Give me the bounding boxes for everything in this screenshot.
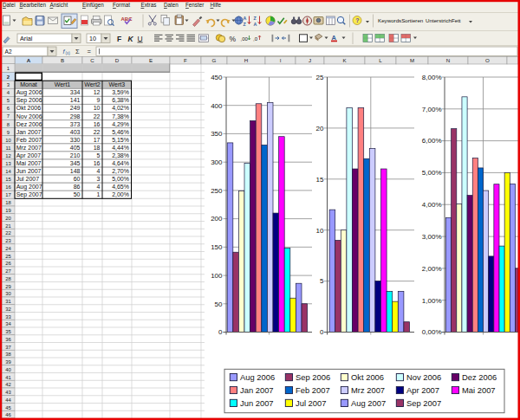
svg-text:450: 450 bbox=[211, 74, 223, 81]
svg-text:400: 400 bbox=[211, 102, 223, 110]
svg-text:41: 41 bbox=[5, 375, 11, 380]
svg-text:350: 350 bbox=[211, 130, 223, 138]
svg-text:403: 403 bbox=[70, 129, 81, 135]
svg-text:Format: Format bbox=[113, 2, 130, 8]
svg-text:K: K bbox=[128, 35, 134, 43]
svg-text:10: 10 bbox=[5, 138, 11, 143]
svg-text:3,00%: 3,00% bbox=[422, 233, 442, 241]
svg-text:Apr 2007: Apr 2007 bbox=[406, 385, 439, 395]
svg-text:Fenster: Fenster bbox=[185, 2, 204, 8]
svg-text:13: 13 bbox=[5, 161, 11, 166]
svg-text:15: 15 bbox=[316, 176, 324, 184]
svg-text:334: 334 bbox=[70, 89, 81, 95]
svg-text:25: 25 bbox=[316, 74, 324, 81]
svg-text:ABC: ABC bbox=[121, 16, 133, 22]
svg-text:22: 22 bbox=[94, 129, 101, 135]
svg-text:I: I bbox=[280, 57, 282, 63]
svg-text:Jan 2007: Jan 2007 bbox=[240, 385, 274, 395]
svg-text:16: 16 bbox=[94, 121, 101, 127]
svg-text:A2: A2 bbox=[5, 48, 12, 55]
svg-text:200: 200 bbox=[211, 215, 223, 223]
svg-text:5: 5 bbox=[97, 152, 101, 158]
svg-text:298: 298 bbox=[70, 113, 81, 120]
svg-text:Mrz 2007: Mrz 2007 bbox=[351, 385, 385, 395]
svg-text:Nov 2006: Nov 2006 bbox=[406, 372, 441, 382]
svg-text:Wert3: Wert3 bbox=[109, 81, 126, 87]
svg-text:Aug 2007: Aug 2007 bbox=[351, 398, 386, 408]
svg-text:A: A bbox=[27, 57, 31, 63]
svg-text:38: 38 bbox=[5, 352, 11, 357]
svg-text:1,00%: 1,00% bbox=[422, 297, 442, 305]
svg-text:148: 148 bbox=[70, 168, 81, 174]
svg-text:28: 28 bbox=[5, 276, 11, 281]
svg-text:36: 36 bbox=[5, 337, 11, 342]
svg-text:A: A bbox=[332, 34, 337, 42]
svg-text:14: 14 bbox=[5, 169, 11, 174]
svg-text:G: G bbox=[212, 57, 217, 63]
svg-text:50: 50 bbox=[215, 300, 223, 308]
svg-text:4,02%: 4,02% bbox=[112, 105, 129, 111]
svg-text:Sep 2007: Sep 2007 bbox=[16, 191, 42, 198]
svg-text:O: O bbox=[485, 57, 490, 63]
svg-text:D: D bbox=[115, 57, 120, 63]
svg-text:Extras: Extras bbox=[141, 2, 157, 8]
svg-text:249: 249 bbox=[70, 105, 81, 111]
svg-text:20: 20 bbox=[316, 125, 324, 132]
svg-text:Dez 2006: Dez 2006 bbox=[462, 372, 497, 382]
svg-text:E: E bbox=[149, 57, 153, 63]
svg-text:Bearbeiten: Bearbeiten bbox=[20, 2, 47, 8]
svg-text:30: 30 bbox=[5, 291, 11, 296]
svg-text:Feb 2007: Feb 2007 bbox=[16, 137, 42, 143]
svg-text:60: 60 bbox=[74, 176, 81, 182]
svg-text:23: 23 bbox=[5, 238, 11, 243]
svg-text:0,00%: 0,00% bbox=[422, 328, 442, 336]
svg-text:18: 18 bbox=[94, 145, 101, 151]
svg-text:43: 43 bbox=[5, 390, 11, 395]
svg-text:10: 10 bbox=[316, 227, 324, 235]
svg-text:Arial: Arial bbox=[20, 35, 33, 42]
svg-text:U: U bbox=[138, 35, 143, 43]
svg-text:141: 141 bbox=[70, 97, 81, 103]
svg-text:Daten: Daten bbox=[164, 2, 179, 8]
svg-text:4: 4 bbox=[97, 168, 101, 174]
svg-text:50: 50 bbox=[74, 191, 81, 197]
svg-text:10: 10 bbox=[89, 35, 96, 42]
svg-text:0: 0 bbox=[218, 328, 223, 336]
svg-text:L: L bbox=[379, 57, 382, 63]
svg-text:7: 7 bbox=[7, 113, 10, 119]
svg-text:4,29%: 4,29% bbox=[112, 121, 129, 127]
svg-text:9: 9 bbox=[97, 97, 101, 103]
svg-text:2,00%: 2,00% bbox=[422, 265, 442, 273]
svg-text:24: 24 bbox=[5, 246, 11, 251]
svg-text:Wert2: Wert2 bbox=[84, 81, 101, 87]
svg-text:300: 300 bbox=[211, 158, 223, 166]
svg-text:18: 18 bbox=[5, 200, 11, 205]
svg-text:?: ? bbox=[355, 17, 359, 23]
svg-text:Okt 2006: Okt 2006 bbox=[351, 372, 384, 382]
svg-text:Aug 2006: Aug 2006 bbox=[16, 89, 42, 96]
svg-text:B: B bbox=[61, 57, 64, 63]
svg-text:Aug 2006: Aug 2006 bbox=[240, 372, 275, 382]
svg-text:250: 250 bbox=[211, 187, 223, 195]
svg-text:Jul 2007: Jul 2007 bbox=[296, 398, 326, 408]
svg-text:Mai 2007: Mai 2007 bbox=[462, 385, 496, 395]
svg-text:A: A bbox=[254, 22, 257, 27]
svg-text:Sep 2006: Sep 2006 bbox=[16, 97, 42, 104]
svg-text:100: 100 bbox=[211, 272, 223, 280]
svg-text:21: 21 bbox=[5, 223, 11, 229]
svg-text:15: 15 bbox=[5, 177, 11, 182]
svg-text:UnterstrichFett: UnterstrichFett bbox=[426, 17, 461, 23]
svg-text:M: M bbox=[410, 57, 414, 63]
svg-text:22: 22 bbox=[5, 230, 11, 236]
svg-text:345: 345 bbox=[70, 160, 81, 166]
svg-text:5,00%: 5,00% bbox=[112, 176, 129, 182]
svg-text:Wert1: Wert1 bbox=[55, 81, 71, 87]
svg-text:Ansicht: Ansicht bbox=[50, 2, 68, 8]
svg-text:C: C bbox=[90, 57, 94, 63]
svg-text:29: 29 bbox=[5, 284, 11, 289]
svg-text:6,00%: 6,00% bbox=[422, 137, 442, 145]
svg-text:11: 11 bbox=[5, 145, 10, 151]
svg-text:Monat: Monat bbox=[20, 81, 37, 87]
svg-text:16: 16 bbox=[5, 184, 11, 190]
svg-text:2,38%: 2,38% bbox=[112, 152, 129, 158]
